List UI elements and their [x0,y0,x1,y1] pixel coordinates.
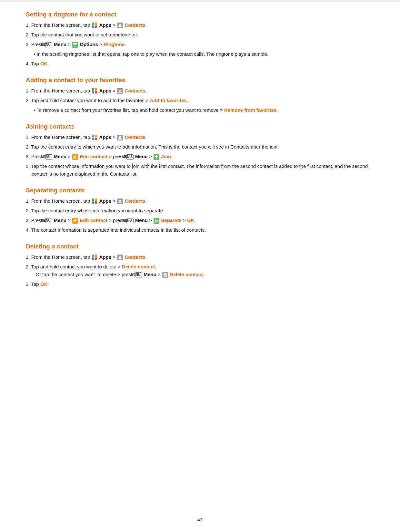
add-to-favorites-label: Add to favorites [150,98,187,103]
contacts-icon-5 [117,255,123,260]
ok-label-delete: OK [40,281,48,287]
separate-label: Separate [161,218,181,223]
step-joining-5: 5. Tap the contact whose information you… [26,162,374,178]
step-separating-4: 4. The contact information is separated … [26,226,374,234]
svg-point-30 [119,200,121,202]
apps-icon-3 [92,134,97,140]
menu-key-icon-3: MENU [126,154,133,160]
svg-rect-44 [165,275,165,276]
menu-key-icon-2: MENU [45,154,52,160]
svg-rect-3 [95,25,97,28]
step-ringtone-1: 1. From the Home screen, tap Apps > Cont… [26,21,374,29]
step-separating-1: 1. From the Home screen, tap Apps > Cont… [26,197,374,205]
svg-rect-18 [92,138,94,140]
delete-contact-label-1: Delete contact [122,264,155,269]
menu-label-5: Menu [135,218,148,223]
svg-rect-25 [92,198,94,201]
step-ringtone-4: 4. Tap OK. [26,60,374,68]
section-separating: Separating contacts 1. From the Home scr… [26,187,374,234]
svg-point-5 [119,24,121,26]
svg-rect-16 [92,135,94,137]
svg-rect-28 [95,201,97,204]
svg-rect-26 [95,198,97,201]
ok-label-ringtone: OK [40,61,48,66]
section-ringtone: Setting a ringtone for a contact 1. From… [26,11,374,68]
contacts-label-3: Contacts [125,134,145,140]
step-deleting-3: 3. Tap OK. [26,280,374,288]
step-ringtone-2: 2. Tap the contact that you want to set … [26,31,374,39]
svg-rect-43 [164,274,167,277]
bullet-favorites-1: To remove a contact from your favorites … [26,106,374,114]
svg-rect-27 [92,201,94,204]
separate-icon [154,218,159,224]
menu-key-icon-4: MENU [45,218,52,223]
svg-rect-8 [73,44,77,45]
svg-rect-35 [95,255,97,257]
apps-label-5: Apps [99,254,112,260]
apps-label-4: Apps [99,198,112,204]
menu-label-3: Menu [135,154,148,159]
section-deleting: Deleting a contact 1. From the Home scre… [26,243,374,288]
ok-label-separate: OK [187,218,195,223]
svg-rect-9 [73,46,76,46]
contacts-icon-3 [117,135,123,140]
menu-key-icon-6: MENU [135,272,142,277]
page-content: Setting a ringtone for a contact 1. From… [0,2,400,316]
apps-icon-5 [92,254,97,260]
svg-rect-42 [163,274,167,274]
menu-label-6: Menu [144,272,156,277]
section-favorites: Adding a contact to your favorites 1. Fr… [26,77,374,114]
apps-label-2: Apps [99,88,112,93]
step-joining-1: 1. From the Home screen, tap Apps > Cont… [26,133,374,141]
contacts-label-2: Contacts [125,88,145,93]
step-favorites-1: 1. From the Home screen, tap Apps > Cont… [26,87,374,95]
svg-rect-19 [95,138,97,140]
menu-label-2: Menu [54,154,66,159]
edit-contact-icon-1 [72,154,78,160]
join-label: Join [161,154,171,159]
apps-icon-2 [92,88,97,94]
menu-key-icon-1: MENU [45,42,52,47]
section-title-favorites: Adding a contact to your favorites [26,77,374,84]
svg-rect-12 [92,91,94,93]
svg-point-39 [119,256,121,258]
step-separating-3: 3. Press MENU Menu > Edit contact > pres… [26,217,374,224]
step-joining-3: 3. Press MENU Menu > Edit contact > pres… [26,153,374,160]
edit-contact-icon-2 [72,218,78,224]
options-label: Options [80,42,98,47]
remove-from-favorites-label: Remove from favorites [224,107,277,113]
svg-rect-17 [95,135,97,137]
svg-rect-11 [95,88,97,91]
contacts-label-1: Contacts [125,22,145,28]
svg-rect-34 [92,255,94,257]
contacts-label-4: Contacts [125,198,145,204]
delete-icon [162,272,168,278]
svg-rect-36 [92,257,94,260]
step-ringtone-3: 3. Press MENU Menu > Options > Ringtone. [26,41,374,48]
options-icon [72,42,78,48]
join-icon [154,154,159,160]
apps-label-3: Apps [99,134,112,140]
contacts-icon-1 [117,23,123,28]
apps-icon-4 [92,198,97,204]
step-deleting-2: 2. Tap and hold contact you want to dele… [26,263,374,278]
section-title-separating: Separating contacts [26,187,374,194]
page-number: 47 [197,517,203,522]
ringtone-label: Ringtone [104,42,125,47]
svg-rect-41 [164,273,166,274]
menu-label-1: Menu [54,42,66,47]
section-title-deleting: Deleting a contact [26,243,374,250]
step-deleting-1: 1. From the Home screen, tap Apps > Cont… [26,253,374,261]
page-footer: 47 [0,517,400,522]
delete-contact-label-2: Delete contact [170,272,203,277]
section-title-joining: Joining contacts [26,123,374,130]
edit-contact-label-2: Edit contact [80,218,107,223]
svg-rect-37 [95,257,97,260]
step-joining-2: 2. Tap the contact entry to which you wa… [26,143,374,151]
edit-contact-label-1: Edit contact [80,154,107,159]
contacts-icon-4 [117,198,123,204]
svg-point-21 [119,136,121,138]
menu-key-icon-5: MENU [126,218,133,223]
svg-point-15 [119,90,121,92]
menu-label-4: Menu [54,218,66,223]
